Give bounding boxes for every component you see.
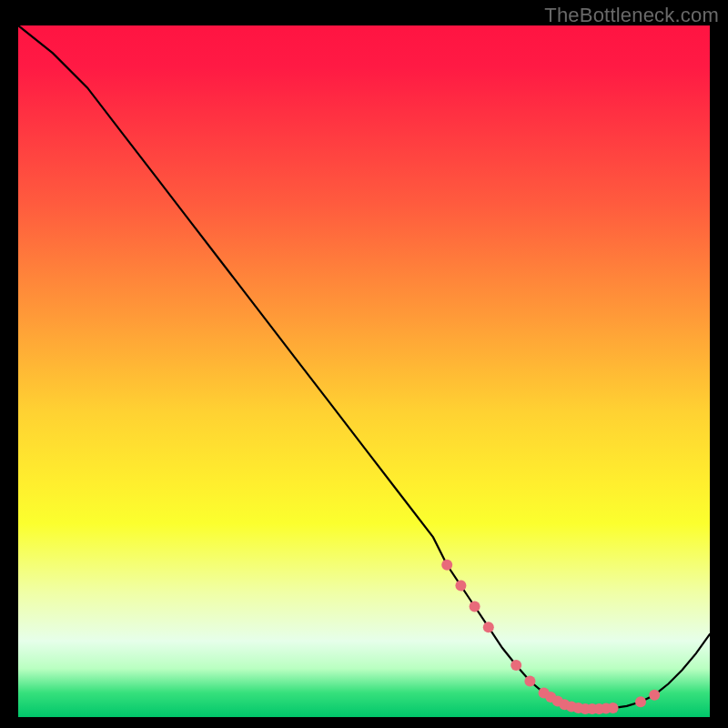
highlight-dot (441, 560, 452, 571)
attribution-label: TheBottleneck.com (544, 4, 719, 27)
highlight-dot (483, 622, 494, 632)
highlight-dot (649, 690, 660, 701)
highlight-dot (455, 581, 466, 592)
highlight-dot (608, 703, 619, 713)
highlight-dot (470, 601, 480, 612)
plot-area (18, 25, 710, 717)
highlight-dot (511, 660, 521, 671)
dot-group (441, 560, 660, 714)
bottleneck-curve (18, 25, 710, 709)
chart-frame: TheBottleneck.com (0, 0, 728, 728)
curve-layer (18, 25, 710, 717)
highlight-dot (635, 696, 646, 707)
highlight-dot (524, 676, 535, 687)
